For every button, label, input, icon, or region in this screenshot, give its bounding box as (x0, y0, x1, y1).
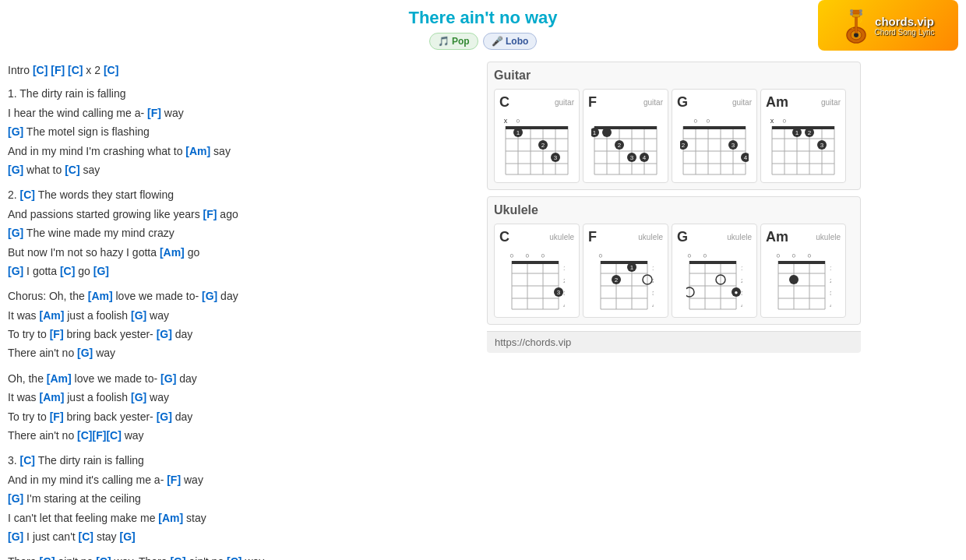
svg-text:3: 3 (554, 154, 558, 161)
verse3-line2: And in my mind it's calling me a- [F] wa… (8, 471, 475, 488)
svg-text:1: 1 (516, 129, 520, 136)
verse3-line5: [G] I just can't [C] stay [G] (8, 528, 475, 545)
svg-point-53 (602, 128, 612, 137)
chord-f-v2[interactable]: [F] (203, 208, 217, 220)
svg-text:1: 1 (593, 129, 597, 136)
chord-g-v2[interactable]: [G] (8, 227, 23, 239)
chord-c-v1[interactable]: [C] (65, 164, 79, 176)
svg-rect-21 (506, 126, 568, 129)
chord-g-oh1[interactable]: [G] (160, 372, 176, 385)
chord-f-ch[interactable]: [F] (50, 328, 64, 340)
chord-c-out2[interactable]: [C] (227, 555, 242, 560)
oh-line2: It was [Am] just a foolish [G] way (8, 389, 475, 406)
svg-text:♫: ♫ (850, 25, 854, 30)
svg-text:1fr: 1fr (652, 265, 654, 272)
svg-text:3: 3 (630, 154, 634, 161)
guitar-c-diagram: x ○ (502, 114, 571, 178)
chord-g-out2[interactable]: [G] (170, 555, 185, 560)
guitar-f-diagram: 1fr 2fr 3fr 4fr 1 2 (591, 114, 660, 178)
svg-rect-149 (689, 261, 736, 264)
site-logo[interactable]: ♪ ♫ chords.vip Chord Song Lyric (818, 0, 958, 51)
chord-c-oh2[interactable]: [C] (106, 429, 121, 442)
verse2-line2: And passions started growing like years … (8, 206, 475, 223)
chord-g-v2c[interactable]: [G] (93, 265, 109, 277)
chord-c[interactable]: [C] (33, 64, 48, 76)
ukulele-c-diagram: ○ ○ ○ (509, 248, 565, 312)
ukulele-am-header: Am ukulele (766, 229, 841, 245)
verse-2: 2. [C] The words they start flowing And … (8, 186, 475, 280)
chord-am-v2[interactable]: [Am] (160, 246, 185, 259)
guitar-c-name: C (499, 94, 509, 111)
chord-am-ch2[interactable]: [Am] (39, 309, 64, 322)
chord-g-v1[interactable]: [G] (8, 125, 23, 138)
main-content: Intro [C] [F] [C] x 2 [C] 1. The dirty r… (0, 54, 966, 560)
chord-g-ch2[interactable]: [G] (131, 309, 146, 322)
svg-text:○: ○ (687, 252, 691, 259)
chord-c-v3b[interactable]: [C] (79, 530, 93, 543)
chord-g-oh2[interactable]: [G] (131, 391, 146, 403)
svg-text:x: x (504, 117, 508, 125)
chord-g-out1[interactable]: [G] (39, 555, 55, 560)
chord-g-v1b[interactable]: [G] (8, 164, 23, 176)
genre-badge-pop[interactable]: 🎵 Pop (429, 33, 478, 50)
chord-f-v1[interactable]: [F] (147, 107, 161, 119)
svg-point-6 (850, 9, 853, 12)
artist-badge-lobo[interactable]: 🎤 Lobo (483, 33, 538, 50)
chord-f-v3[interactable]: [F] (167, 474, 181, 486)
ukulele-c-type: ukulele (549, 233, 574, 241)
chord-am-oh2[interactable]: [Am] (39, 391, 64, 403)
svg-text:○: ○ (525, 252, 529, 259)
chord-c-out1[interactable]: [C] (96, 555, 111, 560)
chord-g-v3[interactable]: [G] (8, 492, 23, 505)
svg-text:3: 3 (557, 289, 561, 296)
svg-text:2: 2 (618, 142, 622, 149)
chord-g-v2b[interactable]: [G] (8, 265, 23, 277)
chord-g-v3c[interactable]: [G] (120, 530, 136, 543)
svg-text:4fr: 4fr (652, 302, 654, 309)
svg-text:4: 4 (643, 154, 647, 161)
chorus-section: Chorus: Oh, the [Am] love we made to- [G… (8, 287, 475, 362)
ukulele-chord-am: Am ukulele ○ ○ ○ (760, 224, 846, 318)
chord-c3[interactable]: [C] (104, 64, 118, 76)
chord-f-oh2[interactable]: [F] (93, 429, 107, 442)
guitar-am-name: Am (766, 94, 788, 111)
chord-c-v3[interactable]: [C] (20, 454, 35, 467)
guitar-chord-group: Guitar C guitar x ○ (487, 62, 861, 190)
chord-g-oh3[interactable]: [G] (157, 410, 172, 423)
outro-line1: There [G] ain't no [C] way, There [G] ai… (8, 553, 475, 560)
guitar-f-header: F guitar (588, 94, 663, 111)
chord-c2[interactable]: [C] (68, 64, 83, 76)
guitar-g-name: G (677, 94, 688, 111)
guitar-am-type: guitar (821, 98, 841, 107)
oh-section: Oh, the [Am] love we made to- [G] day It… (8, 370, 475, 445)
verse2-line1: 2. [C] The words they start flowing (8, 186, 475, 203)
chord-g-ch3[interactable]: [G] (157, 328, 172, 340)
chord-am-ch1[interactable]: [Am] (88, 290, 113, 302)
chord-c-v2b[interactable]: [C] (60, 265, 75, 277)
svg-text:4fr: 4fr (563, 302, 565, 309)
guitar-label: Guitar (494, 69, 854, 83)
chord-g-ch4[interactable]: [G] (77, 347, 93, 359)
ukulele-chord-g: G ukulele ○ ○ (672, 224, 757, 318)
svg-text:2: 2 (682, 142, 686, 149)
svg-text:3fr: 3fr (652, 290, 654, 297)
chord-f[interactable]: [F] (51, 64, 65, 76)
svg-rect-113 (512, 261, 559, 264)
chord-am-v3[interactable]: [Am] (158, 512, 183, 524)
chord-g-ch1[interactable]: [G] (202, 290, 217, 302)
ukulele-diagrams-row: C ukulele ○ ○ ○ (494, 224, 854, 318)
chord-am-oh1[interactable]: [Am] (47, 372, 72, 385)
chord-g-v3b[interactable]: [G] (8, 530, 23, 543)
svg-text:○: ○ (541, 252, 545, 259)
page-container: There ain't no way 🎵 Pop 🎤 Lobo (0, 0, 966, 560)
verse2-line3: [G] The wine made my mind crazy (8, 224, 475, 241)
chord-c-v2[interactable]: [C] (20, 188, 35, 201)
verse-3: 3. [C] The dirty rain is falling And in … (8, 452, 475, 545)
svg-text:1: 1 (630, 264, 634, 271)
chord-am-v1[interactable]: [Am] (185, 145, 210, 157)
outro-section: There [G] ain't no [C] way, There [G] ai… (8, 553, 475, 560)
svg-text:○: ○ (693, 117, 697, 125)
chord-c-oh[interactable]: [C] (77, 429, 92, 442)
svg-text:4fr: 4fr (830, 302, 831, 309)
chord-f-oh[interactable]: [F] (50, 410, 64, 423)
